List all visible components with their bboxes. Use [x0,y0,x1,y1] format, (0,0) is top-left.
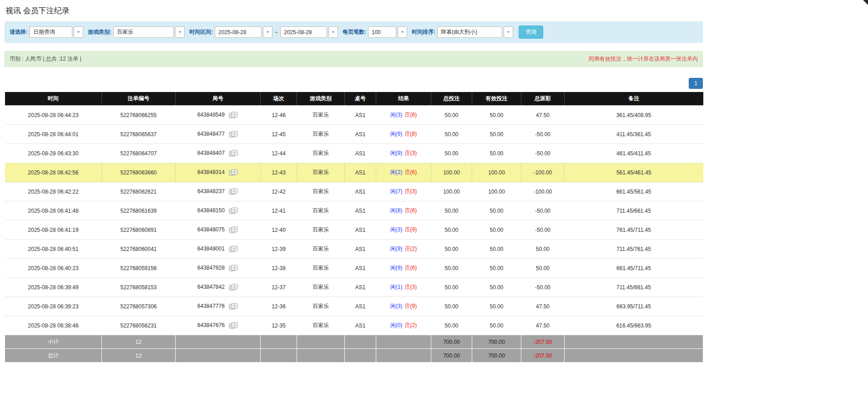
cell-time: 2025-08-28 06:42:56 [5,163,102,182]
round-cards-icon[interactable] [229,207,238,215]
per-page-combo: ▼ [368,26,407,38]
total-bet-link[interactable]: 50.00 [431,297,472,316]
cell-time: 2025-08-28 06:41:48 [5,201,102,220]
cell-time: 2025-08-28 06:44:01 [5,125,102,144]
cell-session: 12-43 [261,163,297,182]
cell-time: 2025-08-28 06:39:49 [5,278,102,297]
round-cards-icon[interactable] [229,322,238,329]
cell-result: 闲(9)庄(6) [376,259,431,278]
cell-note: 711.45/761.45 [565,240,703,259]
summary-total-bet: 700.00 [431,335,472,349]
search-button[interactable]: 查询 [519,26,543,39]
cell-time: 2025-08-28 06:42:22 [5,182,102,201]
summary-empty [297,335,345,349]
cell-result: 闲(1)庄(3) [376,278,431,297]
cell-valid-bet: 50.00 [472,259,521,278]
date-from-input[interactable] [215,26,262,38]
cell-game-type: 百家乐 [297,316,345,335]
col-valid-bet: 有效投注 [472,92,521,106]
page-1-button[interactable]: 1 [689,78,703,89]
round-cards-icon[interactable] [229,303,238,310]
cell-note: 663.95/711.45 [565,297,703,316]
total-bet-link[interactable]: 50.00 [431,220,472,240]
round-id-text: 643847676 [197,322,225,328]
cell-valid-bet: 50.00 [472,106,521,125]
total-bet-link[interactable]: 50.00 [431,259,472,278]
per-page-input[interactable] [368,26,396,38]
round-cards-icon[interactable] [229,246,238,253]
total-bet-link[interactable]: 100.00 [431,182,472,201]
cell-bet-id: 522768059156 [102,259,176,278]
cell-round-id: 643847928 [176,259,261,278]
total-bet-link[interactable]: 50.00 [431,201,472,220]
round-cards-icon[interactable] [229,112,238,119]
summary-empty [345,349,376,363]
total-bet-link[interactable]: 50.00 [431,106,472,125]
total-bet-link[interactable]: 50.00 [431,278,472,297]
round-cards-icon[interactable] [229,131,238,138]
query-type-input[interactable] [30,26,72,38]
cell-bet-id: 522768060041 [102,240,176,259]
scrollbar-corner[interactable] [863,0,868,5]
table-header-row: 时间 注单编号 局号 场次 游戏类别 桌号 结果 总投注 有效投注 总派彩 备注 [5,92,703,106]
cell-payout: -50.00 [521,201,565,220]
total-bet-link[interactable]: 50.00 [431,240,472,259]
summary-valid-bet: 700.00 [472,349,521,363]
cell-valid-bet: 100.00 [472,182,521,201]
chevron-down-icon[interactable]: ▼ [74,26,83,38]
total-bet-link[interactable]: 100.00 [431,163,472,182]
total-bet-link[interactable]: 50.00 [431,144,472,163]
cell-note: 661.45/561.45 [565,182,703,201]
table-row: 2025-08-28 06:42:22 522768062621 6438482… [5,182,703,201]
round-cards-icon[interactable] [229,150,238,157]
cell-round-id: 643848001 [176,240,261,259]
chevron-down-icon[interactable]: ▼ [175,26,185,38]
sort-label: 时间排序: [412,28,435,36]
chevron-down-icon[interactable]: ▼ [504,26,513,38]
cell-game-type: 百家乐 [297,259,345,278]
total-bet-link[interactable]: 50.00 [431,125,472,144]
chevron-down-icon[interactable]: ▼ [263,26,273,38]
round-id-text: 643848549 [197,112,225,118]
cell-payout: 47.50 [521,297,565,316]
chevron-down-icon[interactable]: ▼ [398,26,407,38]
table-row: 2025-08-28 06:44:01 522768065637 6438484… [5,125,703,144]
round-cards-icon[interactable] [229,226,238,234]
result-player: 闲(3) [390,112,403,118]
cell-round-id: 643848477 [176,125,261,144]
cell-bet-id: 522768062621 [102,182,176,201]
cell-bet-id: 522768056231 [102,316,176,335]
currency-total-text: 币别 : 人民币 | 总共 :12 注单 | [10,55,81,63]
game-type-input[interactable] [113,26,174,38]
round-cards-icon[interactable] [229,265,238,272]
round-cards-icon[interactable] [229,284,238,291]
cell-table-no: AS1 [345,144,376,163]
cell-round-id: 643847676 [176,316,261,335]
cell-valid-bet: 100.00 [472,163,521,182]
round-id-text: 643848075 [197,226,225,233]
chevron-down-icon[interactable]: ▼ [328,26,338,38]
cell-round-id: 643848314 [176,163,261,182]
summary-empty [565,349,703,363]
col-round-id: 局号 [176,92,261,106]
bet-records-table: 时间 注单编号 局号 场次 游戏类别 桌号 结果 总投注 有效投注 总派彩 备注… [5,92,703,363]
cell-bet-id: 522768060891 [102,220,176,240]
select-label: 请选择: [10,28,28,36]
col-table-no: 桌号 [345,92,376,106]
result-banker: 庄(6) [405,112,417,118]
round-cards-icon[interactable] [229,169,238,176]
cell-bet-id: 522768065637 [102,125,176,144]
total-bet-link[interactable]: 50.00 [431,316,472,335]
date-range-label: 时间区间: [189,28,213,36]
result-player: 闲(1) [390,284,403,290]
cell-table-no: AS1 [345,297,376,316]
sort-input[interactable] [437,26,502,38]
round-id-text: 643848477 [197,131,225,137]
summary-valid-bet: 700.00 [472,335,521,349]
query-type-combo: ▼ [30,26,83,38]
cell-note: 711.45/661.45 [565,201,703,220]
col-result: 结果 [376,92,431,106]
cell-result: 闲(2)庄(6) [376,163,431,182]
round-cards-icon[interactable] [229,188,238,195]
date-to-input[interactable] [280,26,327,38]
